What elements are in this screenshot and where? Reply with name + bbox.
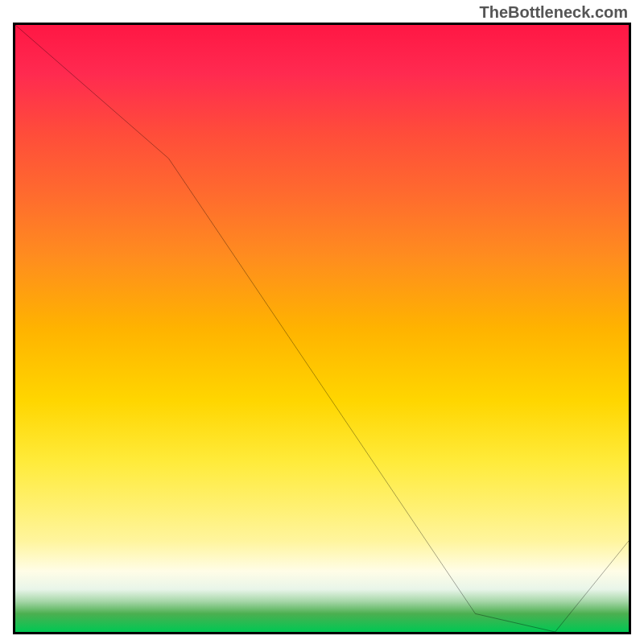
line-path <box>15 25 629 632</box>
watermark-text: TheBottleneck.com <box>480 3 628 22</box>
chart-line-series <box>15 25 629 632</box>
chart-plot-area <box>13 23 631 634</box>
